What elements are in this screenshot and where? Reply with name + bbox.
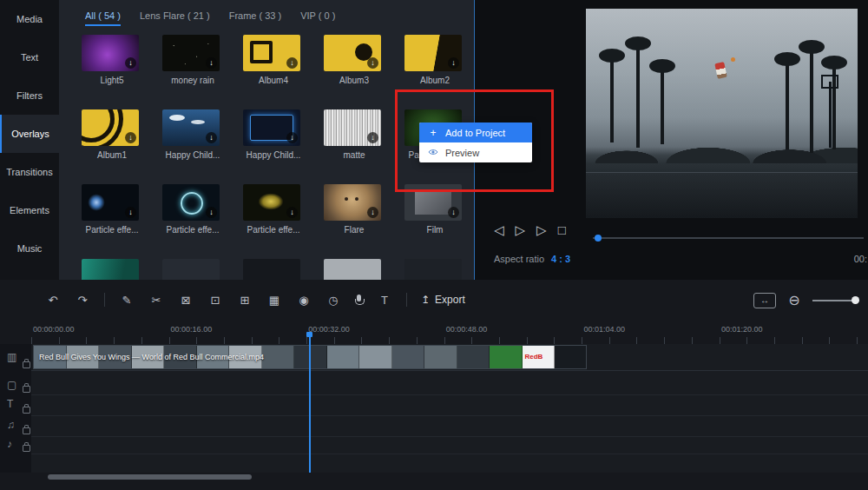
overlay-item[interactable]: ↓Light5 [82,31,162,106]
next-frame-button[interactable]: ▷ [536,222,547,238]
crop-icon[interactable]: ⊡ [207,294,223,307]
tab-all[interactable]: All ( 54 ) [85,10,121,26]
sidebar-item-media[interactable]: Media [0,0,59,38]
text-track-icon[interactable]: T [7,398,13,410]
context-menu-preview[interactable]: Preview [419,142,532,162]
overlay-item[interactable] [243,255,324,281]
fit-timeline-icon[interactable]: ↔ [753,293,776,308]
overlay-thumbnail[interactable]: ↓ [243,35,300,71]
download-icon[interactable]: ↓ [125,207,136,218]
tab-vip[interactable]: VIP ( 0 ) [300,10,335,26]
overlay-thumbnail[interactable] [324,259,381,281]
overlay-thumbnail[interactable]: ↓ [243,109,300,146]
record-icon[interactable]: ◉ [296,294,312,307]
timeline-zoom-slider[interactable] [812,300,859,301]
lock-icon[interactable] [23,407,30,414]
overlay-item[interactable]: ↓Happy Child... [162,106,243,181]
download-icon[interactable]: ↓ [286,207,298,218]
overlay-item[interactable]: ↓Happy Child... [243,106,324,181]
lock-icon[interactable] [23,386,30,393]
playhead[interactable] [309,335,311,473]
stop-button[interactable]: □ [558,222,566,238]
context-menu-add-to-project[interactable]: + Add to Project [419,122,532,142]
overlay-thumbnail[interactable]: ↓ [82,109,139,146]
scissors-icon[interactable]: ✂ [148,294,164,307]
text-track[interactable] [31,394,868,416]
edit-icon[interactable]: ✎ [119,294,135,307]
download-icon[interactable]: ↓ [367,207,378,218]
download-icon[interactable]: ↓ [367,57,378,69]
lock-icon[interactable] [23,445,30,452]
overlay-thumbnail[interactable]: ↓ [82,184,139,221]
download-icon[interactable]: ↓ [367,132,378,143]
canvas-icon[interactable]: ⊞ [237,294,253,307]
overlay-thumbnail[interactable]: ↓ [324,35,381,71]
delete-icon[interactable]: ⊠ [178,294,194,307]
music-track[interactable] [31,415,868,437]
music-track-icon[interactable]: ♫ [7,419,15,431]
aspect-ratio-value[interactable]: 4 : 3 [551,254,570,264]
download-icon[interactable]: ↓ [448,57,459,69]
overlay-thumbnail[interactable]: ↓ [324,109,381,146]
zoom-slider-knob[interactable] [852,296,859,304]
play-button[interactable]: ▷ [516,222,526,238]
download-icon[interactable]: ↓ [448,207,459,218]
redo-icon[interactable]: ↷ [75,294,90,307]
zoom-out-icon[interactable]: ⊖ [786,292,802,308]
download-icon[interactable]: ↓ [206,132,217,143]
overlay-thumbnail[interactable]: ↓ [324,184,381,221]
overlay-item[interactable]: ↓Film [404,181,475,255]
download-icon[interactable]: ↓ [206,57,217,69]
overlay-item[interactable]: ↓Album3 [324,31,404,106]
seek-bar[interactable] [593,237,864,239]
overlay-item[interactable] [324,255,404,281]
overlay-item[interactable]: ↓Album1 [82,106,162,181]
overlay-thumbnail[interactable]: ↓ [404,184,462,221]
overlay-thumbnail[interactable]: ↓ [162,184,220,221]
sidebar-item-filters[interactable]: Filters [0,76,59,115]
lock-icon[interactable] [23,427,30,434]
tab-frame[interactable]: Frame ( 33 ) [229,10,282,26]
download-icon[interactable]: ↓ [206,207,217,218]
overlay-item[interactable] [82,255,162,281]
video-track-icon[interactable]: ▥ [7,351,16,363]
export-button[interactable]: ↥ Export [421,294,465,306]
overlay-item[interactable] [404,255,475,281]
overlay-item[interactable]: ↓Flare [324,181,404,255]
mic-icon[interactable] [355,295,363,306]
overlay-item[interactable] [162,255,243,281]
overlay-item[interactable]: ↓money rain [162,31,243,106]
overlay-track-icon[interactable]: ▢ [7,379,16,391]
overlay-thumbnail[interactable]: ↓ [243,184,300,221]
duration-icon[interactable]: ◷ [326,294,341,307]
overlay-item[interactable]: ↓Album4 [243,31,324,106]
undo-icon[interactable]: ↶ [45,294,61,307]
sidebar-item-text[interactable]: Text [0,38,59,76]
overlay-item[interactable]: ↓Particle effe... [162,181,243,255]
tab-lens-flare[interactable]: Lens Flare ( 21 ) [140,10,210,26]
sidebar-item-elements[interactable]: Elements [0,191,59,229]
overlay-item[interactable]: ↓Album2 [404,31,475,106]
overlay-item[interactable]: ↓Particle effe... [243,181,324,255]
audio-track[interactable] [31,436,868,454]
overlay-thumbnail[interactable] [243,259,300,281]
text-to-speech-icon[interactable]: T [377,294,392,307]
horizontal-scrollbar[interactable] [48,474,252,480]
overlay-thumbnail[interactable]: ↓ [162,35,220,71]
overlay-track[interactable] [31,375,868,395]
mosaic-icon[interactable]: ▦ [266,294,282,307]
preview-video[interactable] [586,9,858,218]
prev-frame-button[interactable]: ◁ [494,222,504,238]
overlay-thumbnail[interactable] [82,259,139,281]
overlay-item[interactable]: ↓Particle effe... [82,181,162,255]
overlay-thumbnail[interactable]: ↓ [162,109,220,146]
overlay-item[interactable]: ↓matte [324,106,404,181]
download-icon[interactable]: ↓ [286,57,298,69]
sidebar-item-transitions[interactable]: Transitions [0,153,59,191]
download-icon[interactable]: ↓ [125,132,136,143]
sidebar-item-music[interactable]: Music [0,229,59,268]
lock-icon[interactable] [23,361,30,368]
seek-handle[interactable] [595,235,602,242]
overlay-thumbnail[interactable] [404,259,462,281]
overlay-thumbnail[interactable] [162,259,220,281]
